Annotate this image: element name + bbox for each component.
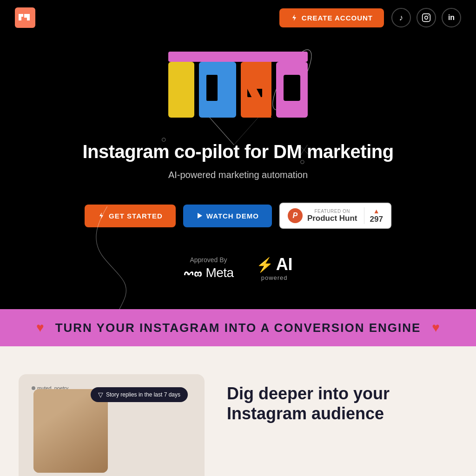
feature-headline-line2: Instagram audience: [227, 404, 384, 423]
create-account-label: CREATE ACCOUNT: [302, 14, 373, 22]
svg-rect-18: [168, 62, 194, 118]
bolt-icon: [291, 14, 298, 21]
left-heart-icon: ♥: [36, 320, 44, 335]
feature-headline-line1: Dig deeper into your: [227, 384, 390, 403]
feature-headline: Dig deeper into your Instagram audience: [227, 383, 457, 423]
right-heart-icon: ♥: [432, 320, 440, 335]
product-hunt-badge[interactable]: P FEATURED ON Product Hunt ▲ 297: [279, 203, 391, 229]
get-started-label: GET STARTED: [109, 212, 163, 220]
svg-rect-2: [423, 14, 430, 22]
hero-subline: AI-powered marketing automation: [15, 170, 461, 180]
product-hunt-icon: P: [288, 208, 303, 223]
svg-point-3: [425, 16, 428, 20]
instagram-icon[interactable]: [416, 8, 436, 27]
svg-rect-23: [206, 75, 218, 101]
ph-featured-label: FEATURED ON: [307, 209, 357, 214]
inro-logo: [140, 45, 336, 130]
svg-point-4: [428, 15, 429, 16]
banner-text: TURN YOUR INSTAGRAM INTO A CONVERSION EN…: [55, 321, 421, 335]
story-badge: ▽ Story replies in the last 7 days: [91, 387, 188, 402]
ph-arrow-icon: ▲: [373, 207, 380, 215]
get-started-bolt-icon: [98, 212, 105, 219]
profile-dot: [32, 386, 35, 390]
linkedin-icon[interactable]: in: [442, 8, 461, 27]
social-icons: ♪ in: [391, 8, 461, 27]
inro-logo-svg: [140, 45, 336, 128]
hero-headline: Instagram co-pilot for DM marketing: [15, 141, 461, 162]
product-hunt-count: ▲ 297: [364, 207, 383, 224]
ai-sub-label: powered: [261, 274, 288, 281]
approved-label: Approved By: [190, 256, 227, 264]
meta-label: Meta: [205, 265, 233, 280]
meta-icon: [183, 268, 202, 278]
get-started-button[interactable]: GET STARTED: [85, 205, 176, 227]
story-badge-text: Story replies in the last 7 days: [106, 391, 180, 398]
meta-logo: Meta: [183, 265, 233, 280]
watch-demo-label: WATCH DEMO: [206, 212, 259, 220]
svg-marker-1: [292, 14, 296, 21]
feature-section: muted_poetry ▽ Story replies in the last…: [0, 346, 476, 476]
watch-demo-button[interactable]: WATCH DEMO: [183, 205, 272, 227]
approved-by-meta: Approved By Meta: [183, 256, 233, 280]
svg-marker-26: [99, 212, 103, 219]
filter-icon: ▽: [98, 391, 103, 398]
feature-image-area: muted_poetry ▽ Story replies in the last…: [19, 374, 205, 476]
svg-marker-27: [198, 213, 202, 218]
header: CREATE ACCOUNT ♪ in: [0, 0, 476, 35]
logo-icon: [15, 7, 35, 28]
create-account-button[interactable]: CREATE ACCOUNT: [279, 8, 384, 27]
ai-bolt-icon: ⚡: [256, 257, 273, 273]
logo-wrapper: [15, 7, 35, 28]
pink-banner: ♥ TURN YOUR INSTAGRAM INTO A CONVERSION …: [0, 309, 476, 346]
ai-label: AI: [276, 255, 293, 274]
svg-rect-17: [168, 52, 308, 62]
ai-powered: ⚡ AI powered: [256, 255, 293, 281]
header-right: CREATE ACCOUNT ♪ in: [279, 8, 461, 27]
approved-section: Approved By Meta ⚡ AI powered: [15, 255, 461, 281]
svg-rect-24: [218, 62, 229, 88]
feature-text: Dig deeper into your Instagram audience: [227, 374, 457, 423]
ph-count-number: 297: [370, 215, 383, 224]
svg-rect-22: [284, 75, 300, 101]
hero-section: Instagram co-pilot for DM marketing AI-p…: [0, 35, 476, 309]
ai-text: ⚡ AI: [256, 255, 293, 274]
ph-name-label: Product Hunt: [307, 214, 357, 223]
product-hunt-text: FEATURED ON Product Hunt: [307, 209, 357, 223]
tiktok-icon[interactable]: ♪: [391, 8, 411, 27]
instagram-svg: [422, 13, 431, 22]
play-icon: [196, 212, 203, 219]
hero-buttons: GET STARTED WATCH DEMO P FEATURED ON Pro…: [15, 203, 461, 229]
